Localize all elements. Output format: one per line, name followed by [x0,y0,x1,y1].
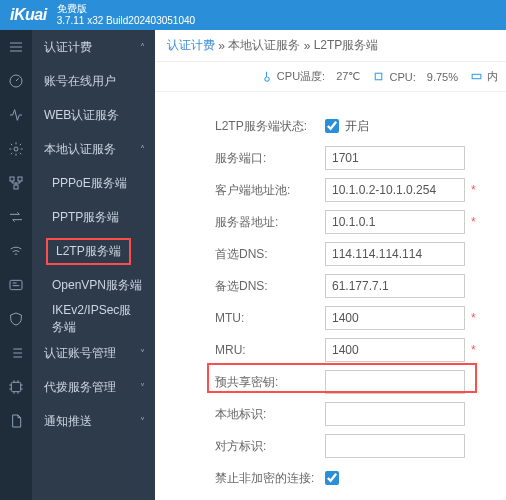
content-pane: 认证计费 » 本地认证服务 » L2TP服务端 CPU温度: 27℃ CPU: … [155,30,506,500]
chevron-down-icon: ˅ [140,416,145,427]
doc-icon[interactable] [0,404,32,438]
status-bar: CPU温度: 27℃ CPU: 9.75% 内 [155,62,506,92]
svg-rect-8 [472,74,481,78]
status-text: 开启 [345,118,369,135]
required-star: * [471,215,476,229]
l2tp-form: L2TP服务端状态: 开启 服务端口: 客户端地址池: * 服务器地址: * 首… [155,92,506,494]
svg-point-1 [14,147,18,151]
status-checkbox[interactable] [325,119,339,133]
dns1-input[interactable] [325,242,465,266]
mem-usage: 内 [470,69,498,84]
row-psk: 预共享密钥: [215,366,494,398]
svg-rect-7 [376,73,383,80]
sidebar-item-local-auth[interactable]: 本地认证服务˄ [32,132,155,166]
localid-input[interactable] [325,402,465,426]
sidebar-item-ikev2[interactable]: IKEv2/IPSec服务端 [32,302,155,336]
required-star: * [471,311,476,325]
sidebar-item-auth-billing[interactable]: 认证计费˄ [32,30,155,64]
cpu-usage: CPU: 9.75% [372,70,458,83]
icon-rail [0,30,32,500]
sidebar-item-web-auth[interactable]: WEB认证服务 [32,98,155,132]
server-input[interactable] [325,210,465,234]
noenc-checkbox[interactable] [325,471,339,485]
shield-icon[interactable] [0,302,32,336]
row-port: 服务端口: [215,142,494,174]
chevron-down-icon: ˅ [140,348,145,359]
menu-icon[interactable] [0,30,32,64]
breadcrumb-mid: 本地认证服务 [228,37,300,54]
peerid-input[interactable] [325,434,465,458]
sidebar-item-account-mgmt[interactable]: 认证账号管理˅ [32,336,155,370]
required-star: * [471,183,476,197]
flow-icon[interactable] [0,200,32,234]
row-dns1: 首选DNS: [215,238,494,270]
row-status: L2TP服务端状态: 开启 [215,110,494,142]
row-server: 服务器地址: * [215,206,494,238]
pool-input[interactable] [325,178,465,202]
monitor-icon[interactable] [0,98,32,132]
settings-icon[interactable] [0,132,32,166]
dashboard-icon[interactable] [0,64,32,98]
dns2-input[interactable] [325,274,465,298]
sidebar-item-proxy-dial[interactable]: 代拨服务管理˅ [32,370,155,404]
card-icon[interactable] [0,268,32,302]
wifi-icon[interactable] [0,234,32,268]
svg-rect-2 [10,177,14,181]
breadcrumb: 认证计费 » 本地认证服务 » L2TP服务端 [155,30,506,62]
chevron-up-icon: ˄ [140,42,145,53]
sidebar: 认证计费˄ 账号在线用户 WEB认证服务 本地认证服务˄ PPPoE服务端 PP… [32,30,155,500]
memory-icon [470,70,483,83]
port-input[interactable] [325,146,465,170]
mru-input[interactable] [325,338,465,362]
plugin-icon[interactable] [0,370,32,404]
svg-rect-6 [11,382,20,391]
list-icon[interactable] [0,336,32,370]
psk-input[interactable] [325,370,465,394]
chip-icon [372,70,385,83]
row-dns2: 备选DNS: [215,270,494,302]
sidebar-item-l2tp[interactable]: L2TP服务端 [32,234,155,268]
sidebar-item-notification[interactable]: 通知推送˅ [32,404,155,438]
row-peerid: 对方标识: [215,430,494,462]
cpu-temp: CPU温度: 27℃ [260,69,361,84]
row-mtu: MTU: * [215,302,494,334]
chevron-down-icon: ˅ [140,382,145,393]
version-info: 免费版 3.7.11 x32 Build202403051040 [57,3,195,27]
row-noenc: 禁止非加密的连接: [215,462,494,494]
sidebar-item-pptp[interactable]: PPTP服务端 [32,200,155,234]
chevron-up-icon: ˄ [140,144,145,155]
mtu-input[interactable] [325,306,465,330]
row-mru: MRU: * [215,334,494,366]
svg-rect-4 [14,185,18,189]
sidebar-item-pppoe[interactable]: PPPoE服务端 [32,166,155,200]
breadcrumb-leaf: L2TP服务端 [314,37,379,54]
row-localid: 本地标识: [215,398,494,430]
top-bar: iKuai 免费版 3.7.11 x32 Build202403051040 [0,0,506,30]
row-pool: 客户端地址池: * [215,174,494,206]
thermometer-icon [260,70,273,83]
breadcrumb-root[interactable]: 认证计费 [167,37,215,54]
svg-rect-3 [18,177,22,181]
sidebar-item-online-users[interactable]: 账号在线用户 [32,64,155,98]
svg-rect-5 [10,280,22,289]
required-star: * [471,343,476,357]
sidebar-item-openvpn[interactable]: OpenVPN服务端 [32,268,155,302]
network-icon[interactable] [0,166,32,200]
brand-logo: iKuai [10,6,47,24]
